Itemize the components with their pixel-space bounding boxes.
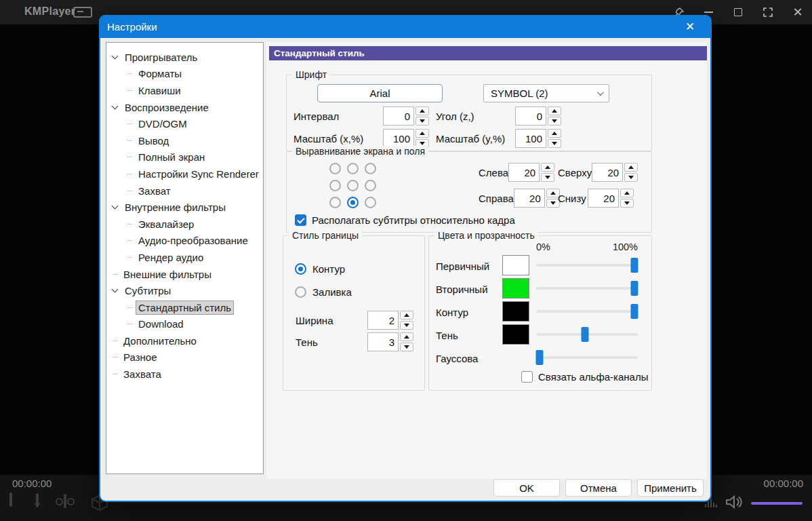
spin-down-icon[interactable] [415, 117, 429, 126]
align-radio[interactable] [365, 163, 376, 174]
slider-thumb[interactable] [630, 281, 638, 296]
align-radio[interactable] [329, 163, 341, 174]
color-swatch[interactable] [502, 255, 529, 275]
align-radio[interactable] [329, 197, 341, 208]
align-radio[interactable] [347, 163, 359, 174]
tree-item[interactable]: Аудио-преобразование [109, 233, 260, 250]
margin-spinner-value[interactable]: 20 [508, 163, 540, 182]
spin-up-icon[interactable] [415, 107, 429, 115]
spin-up-icon[interactable] [400, 332, 413, 341]
chevron-down-icon[interactable] [112, 102, 119, 109]
align-radio[interactable] [347, 180, 359, 191]
spin-down-icon[interactable] [624, 173, 638, 182]
fullscreen-icon[interactable] [760, 5, 775, 20]
align-radio[interactable] [347, 197, 359, 208]
alpha-slider[interactable] [536, 257, 638, 273]
border-spinner-value[interactable]: 2 [367, 311, 399, 330]
spin-down-icon[interactable] [620, 199, 634, 208]
font-spinner-value[interactable]: 100 [383, 129, 414, 148]
spin-down-icon[interactable] [548, 139, 561, 148]
spin-up-icon[interactable] [415, 129, 429, 138]
radio-icon[interactable] [295, 286, 306, 298]
font-spinner[interactable]: 100 [383, 129, 429, 148]
tree-item[interactable]: Стандартный стиль [109, 299, 260, 316]
radio-icon[interactable] [295, 263, 306, 275]
spin-up-icon[interactable] [548, 107, 561, 115]
slider-thumb[interactable] [630, 258, 638, 273]
speaker-icon[interactable] [725, 495, 743, 512]
align-radio[interactable] [329, 180, 341, 191]
tree-item[interactable]: DVD/OGM [109, 115, 260, 132]
font-spinner-value[interactable]: 0 [383, 107, 414, 126]
subtitle-relative-checkbox-row[interactable]: Располагать субтитры относительно кадра [295, 214, 515, 226]
tree-item[interactable]: Захват [109, 182, 260, 199]
chevron-down-icon[interactable] [112, 52, 119, 59]
spin-down-icon[interactable] [400, 343, 413, 351]
tree-item[interactable]: Внешние фильтры [109, 266, 260, 283]
dialog-close-icon[interactable]: ✕ [676, 16, 704, 37]
spin-down-icon[interactable] [548, 117, 561, 126]
alpha-slider[interactable] [536, 326, 638, 343]
ok-button[interactable]: OK [493, 479, 560, 497]
font-spinner-value[interactable]: 100 [515, 129, 546, 148]
spin-up-icon[interactable] [548, 129, 561, 138]
tree-item[interactable]: Захвата [109, 366, 260, 383]
link-alpha-checkbox-row[interactable]: Связать альфа-каналы [521, 371, 648, 383]
slider-thumb[interactable] [536, 350, 544, 365]
tree-item[interactable]: Клавиши [109, 82, 260, 99]
color-swatch[interactable] [502, 324, 529, 345]
margin-spinner-value[interactable]: 20 [588, 189, 619, 208]
tree-item[interactable]: Эквалайзер [109, 216, 260, 233]
font-spinner[interactable]: 0 [515, 107, 561, 126]
color-swatch[interactable] [502, 301, 529, 322]
tree-item[interactable]: Форматы [109, 66, 260, 83]
spin-up-icon[interactable] [620, 189, 634, 197]
border-spinner[interactable]: 2 [367, 311, 413, 330]
close-window-icon[interactable]: ✕ [790, 5, 805, 20]
chevron-down-icon[interactable] [112, 286, 119, 293]
tree-item[interactable]: Субтитры [109, 282, 260, 299]
margin-spinner[interactable]: 20 [514, 189, 560, 208]
slider-thumb[interactable] [630, 304, 638, 319]
border-spinner-value[interactable]: 3 [367, 332, 399, 351]
tree-item[interactable]: Дополнительно [109, 332, 260, 349]
margin-spinner[interactable]: 20 [588, 189, 634, 208]
margin-spinner-value[interactable]: 20 [592, 163, 623, 182]
font-spinner[interactable]: 100 [515, 129, 561, 148]
border-spinner[interactable]: 3 [367, 332, 413, 351]
color-swatch[interactable] [502, 278, 529, 298]
font-button[interactable]: Arial [317, 84, 443, 102]
slider-thumb[interactable] [582, 327, 589, 342]
tree-item[interactable]: Download [109, 316, 260, 333]
spin-up-icon[interactable] [624, 163, 638, 172]
border-style-radio-row[interactable]: Контур [295, 263, 345, 275]
volume-slider[interactable] [751, 502, 803, 505]
checkbox-unchecked-icon[interactable] [521, 371, 533, 383]
vr-icon[interactable] [64, 495, 66, 507]
chevron-down-icon[interactable] [112, 203, 119, 210]
align-radio[interactable] [365, 180, 376, 191]
margin-spinner[interactable]: 20 [508, 163, 554, 182]
tree-item[interactable]: Вывод [109, 132, 260, 149]
align-radio[interactable] [365, 197, 376, 208]
margin-spinner[interactable]: 20 [592, 163, 638, 182]
alpha-slider[interactable] [536, 303, 638, 320]
tree-item[interactable]: Полный экран [109, 149, 260, 166]
checkbox-checked-icon[interactable] [295, 214, 306, 226]
spin-down-icon[interactable] [541, 173, 554, 182]
charset-select[interactable]: SYMBOL (2) [483, 84, 609, 102]
tree-item[interactable]: Настройки Sync Renderer [109, 166, 260, 182]
maximize-icon[interactable] [731, 5, 746, 20]
border-style-radio-row[interactable]: Заливка [295, 286, 352, 298]
spin-up-icon[interactable] [400, 311, 413, 320]
spin-up-icon[interactable] [541, 163, 554, 172]
tree-item[interactable]: Внутренние фильтры [109, 199, 260, 216]
margin-spinner-value[interactable]: 20 [514, 189, 545, 208]
tree-item[interactable]: Рендер аудио [109, 249, 260, 266]
alpha-slider[interactable] [536, 349, 638, 366]
cancel-button[interactable]: Отмена [565, 479, 632, 497]
apply-button[interactable]: Применить [637, 479, 704, 497]
dialog-titlebar[interactable]: Настройки ✕ [99, 15, 712, 38]
spin-down-icon[interactable] [400, 321, 413, 330]
alpha-slider[interactable] [536, 280, 638, 296]
